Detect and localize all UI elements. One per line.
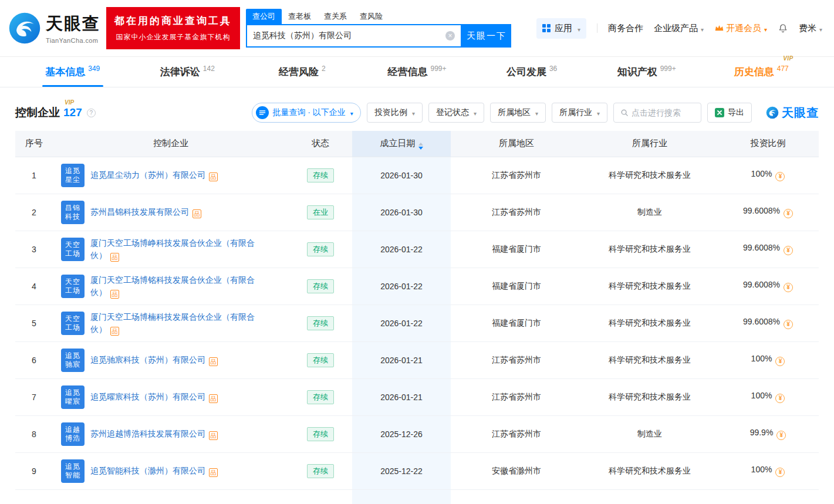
notification-bell-icon[interactable] <box>778 23 788 33</box>
batch-query-button[interactable]: 批量查询 · 以下企业 <box>252 103 360 123</box>
promo-line2: 国家中小企业发展子基金旗下机构 <box>111 32 235 42</box>
tab-intellectual-property[interactable]: 知识产权 999+ <box>589 57 704 87</box>
tab-legal-litigation[interactable]: 法律诉讼 142 <box>130 57 245 87</box>
industry-cell: 制造业 <box>582 194 717 231</box>
open-vip-menu[interactable]: 开通会员 <box>714 23 767 34</box>
section-title: 控制企业 <box>15 105 60 120</box>
filter-registration-status[interactable]: 登记状态 <box>428 103 484 123</box>
watermark-text: 天眼查 <box>782 105 819 121</box>
coin-icon[interactable]: ¥ <box>775 394 785 403</box>
industry-cell: 科学研究和技术服务业 <box>582 452 717 489</box>
ratio-cell: 100%¥ <box>717 341 819 378</box>
coin-icon[interactable]: ¥ <box>776 431 786 440</box>
filter-region[interactable]: 所属地区 <box>490 103 546 123</box>
status-badge: 存续 <box>307 353 334 367</box>
coin-icon[interactable]: ¥ <box>784 246 793 255</box>
export-button[interactable]: 导出 <box>707 103 752 123</box>
ratio-cell: 99.6008%¥ <box>717 231 819 268</box>
status-badge: 存续 <box>307 279 334 293</box>
company-name-link[interactable]: 追觅驰宸科技（苏州）有限公司 <box>90 355 205 364</box>
industry-cell: 科学研究和技术服务业 <box>582 341 717 378</box>
tab-history-info[interactable]: 历史信息 VIP477 <box>704 57 819 87</box>
tab-basic-info[interactable]: 基本信息 349 <box>15 57 130 87</box>
status-badge: 存续 <box>307 390 334 404</box>
company-name-link[interactable]: 苏州追越博浩科技发展有限公司 <box>90 429 205 438</box>
table-row: 8追越博浩苏州追越博浩科技发展有限公司品存续2025-12-26江苏省苏州市制造… <box>15 415 819 452</box>
tab-operation-risk[interactable]: 经营风险 2 <box>245 57 360 87</box>
ratio-cell: 99.6008%¥ <box>717 305 819 341</box>
search-tab-boss[interactable]: 查老板 <box>282 9 318 24</box>
table-search-input[interactable] <box>632 108 694 117</box>
brand-mark-icon[interactable]: 品 <box>110 253 119 262</box>
status-badge: 存续 <box>307 242 334 256</box>
table-row: 6追觅驰宸追觅驰宸科技（苏州）有限公司品存续2026-01-21江苏省苏州市科学… <box>15 341 819 378</box>
coin-icon[interactable]: ¥ <box>775 357 785 366</box>
establish-date-cell: 2026-01-21 <box>352 341 451 378</box>
table-row: 9追觅智能追觅智能科技（滁州）有限公司品存续2025-12-22安徽省滁州市科学… <box>15 452 819 489</box>
coin-icon[interactable]: ¥ <box>784 209 793 218</box>
search-tab-relation[interactable]: 查关系 <box>318 9 353 24</box>
col-status: 状态 <box>289 131 352 157</box>
table-search-box[interactable] <box>613 103 701 123</box>
company-avatar: 天空工场 <box>61 312 85 335</box>
industry-cell: 科学研究和技术服务业 <box>582 231 717 268</box>
coin-icon[interactable]: ¥ <box>784 283 793 292</box>
brand-mark-icon[interactable]: 品 <box>110 327 119 336</box>
filter-industry[interactable]: 所属行业 <box>552 103 607 123</box>
ratio-cell: 100%¥ <box>717 378 819 415</box>
caret-down-icon <box>534 108 538 117</box>
brand-mark-icon[interactable]: 品 <box>209 357 218 366</box>
row-number: 1 <box>15 157 53 194</box>
crown-icon <box>714 24 724 32</box>
coin-icon[interactable]: ¥ <box>775 468 785 477</box>
coin-icon[interactable]: ¥ <box>784 320 793 329</box>
clear-input-icon[interactable]: × <box>445 31 455 40</box>
help-icon[interactable]: ? <box>87 109 96 117</box>
company-name-link[interactable]: 追觅曜宸科技（苏州）有限公司 <box>90 392 205 401</box>
watermark-logo-icon <box>766 106 779 119</box>
row-number: 8 <box>15 415 53 452</box>
search-box[interactable]: × <box>246 24 462 48</box>
filter-invest-ratio[interactable]: 投资比例 <box>367 103 423 123</box>
search-tab-risk[interactable]: 查风险 <box>353 9 389 24</box>
search-tab-company[interactable]: 查公司 <box>246 9 282 24</box>
company-avatar: 天空工场 <box>61 275 85 298</box>
industry-cell: 科学研究和技术服务业 <box>582 305 717 341</box>
ratio-cell: 99.6008%¥ <box>717 268 819 305</box>
search-submit-button[interactable]: 天眼一下 <box>462 24 511 48</box>
sort-icon[interactable] <box>418 143 423 150</box>
coin-icon[interactable]: ¥ <box>775 172 785 181</box>
company-detail-tabs: 基本信息 349 法律诉讼 142 经营风险 2 经营信息 999+ 公司发展 … <box>0 57 834 87</box>
company-name-link[interactable]: 追觅星尘动力（苏州）有限公司 <box>90 170 205 180</box>
col-index: 序号 <box>15 131 53 157</box>
company-avatar: 追觅驰宸 <box>61 349 85 372</box>
brand-mark-icon[interactable]: 品 <box>209 468 218 477</box>
section-count: 127 <box>63 106 82 119</box>
row-number: 2 <box>15 194 53 231</box>
brand-mark-icon[interactable]: 品 <box>110 290 119 299</box>
brand-mark-icon[interactable]: 品 <box>193 209 201 218</box>
brand-mark-icon[interactable]: 品 <box>209 172 218 181</box>
business-coop-link[interactable]: 商务合作 <box>608 23 643 34</box>
table-row-partial <box>15 489 819 504</box>
table-header-row: 序号 控制企业 状态 成立日期 所属地区 所属行业 投资比例 <box>15 131 819 157</box>
tab-operation-info[interactable]: 经营信息 999+ <box>360 57 475 87</box>
vip-badge: VIP <box>65 99 74 106</box>
apps-grid-icon <box>542 24 551 32</box>
tianyancha-logo[interactable]: 天眼查 TianYanCha.com <box>8 12 100 45</box>
apps-menu[interactable]: 应用 <box>536 18 586 39</box>
table-row: 1追觅星尘追觅星尘动力（苏州）有限公司品存续2026-01-30江苏省苏州市科学… <box>15 157 819 194</box>
table-row: 5天空工场厦门天空工场博楠科技发展合伙企业（有限合伙）品存续2026-01-22… <box>15 305 819 341</box>
tab-company-development[interactable]: 公司发展 36 <box>474 57 589 87</box>
enterprise-products-menu[interactable]: 企业级产品 <box>654 23 704 34</box>
company-name-link[interactable]: 苏州昌锦科技发展有限公司 <box>90 207 189 217</box>
company-avatar: 追越博浩 <box>61 422 85 446</box>
caret-down-icon <box>349 108 353 117</box>
brand-mark-icon[interactable]: 品 <box>209 394 218 403</box>
user-menu[interactable]: 费米 <box>799 23 822 34</box>
company-name-link[interactable]: 追觅智能科技（滁州）有限公司 <box>90 466 205 475</box>
col-establish-date[interactable]: 成立日期 <box>352 131 451 157</box>
search-input[interactable] <box>253 31 442 40</box>
region-cell: 福建省厦门市 <box>451 268 582 305</box>
brand-mark-icon[interactable]: 品 <box>209 431 218 440</box>
